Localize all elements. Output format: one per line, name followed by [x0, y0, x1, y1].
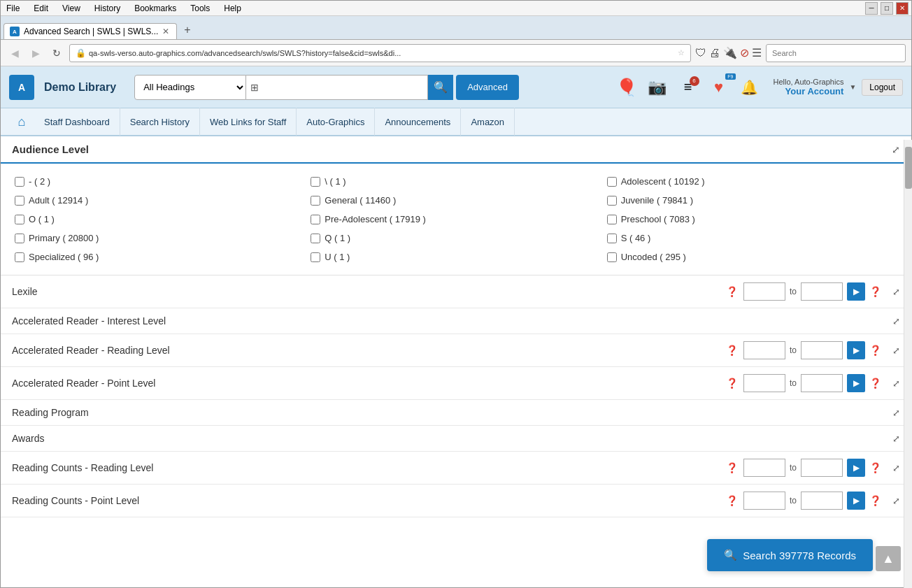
ar-point-expand-icon[interactable]: ⤢	[892, 378, 900, 389]
menu-help[interactable]: Help	[221, 2, 244, 15]
checkbox-preadolescent-input[interactable]	[311, 215, 320, 224]
nav-auto-graphics[interactable]: Auto-Graphics	[297, 108, 375, 136]
rc-reading-go-button[interactable]: ▶	[847, 459, 865, 477]
ar-reading-expand-icon[interactable]: ⤢	[892, 345, 900, 356]
menu-tools[interactable]: Tools	[187, 2, 213, 15]
nav-web-links[interactable]: Web Links for Staff	[200, 108, 297, 136]
lexile-range-help-icon[interactable]: ❓	[869, 286, 881, 297]
ar-reading-from-input[interactable]	[743, 341, 785, 359]
ar-reading-help-icon[interactable]: ❓	[726, 345, 738, 356]
ar-point-from-input[interactable]	[743, 374, 785, 392]
list-icon-btn[interactable]: ≡ 6	[676, 75, 701, 100]
checkbox-u-input[interactable]	[311, 252, 320, 262]
checkbox-adolescent-input[interactable]	[607, 177, 617, 187]
checkbox-o-input[interactable]	[15, 215, 24, 224]
checkbox-juvenile-input[interactable]	[607, 196, 617, 206]
home-nav-button[interactable]: ⌂	[9, 109, 34, 134]
browser-search-input[interactable]	[766, 44, 906, 62]
ar-point-help-icon[interactable]: ❓	[726, 378, 738, 389]
checkbox-dash-input[interactable]	[15, 177, 24, 187]
maximize-button[interactable]: □	[881, 2, 893, 15]
search-input[interactable]	[246, 75, 428, 100]
ar-point-to-input[interactable]	[801, 374, 843, 392]
refresh-button[interactable]: ↻	[48, 45, 65, 62]
checkbox-adult-input[interactable]	[15, 196, 24, 206]
reading-program-expand-icon[interactable]: ⤢	[892, 408, 900, 418]
rc-point-to-input[interactable]	[801, 492, 843, 510]
menu-edit[interactable]: Edit	[31, 2, 51, 15]
search-records-button[interactable]: 🔍 Search 397778 Records	[707, 539, 873, 571]
ar-interest-expand-icon[interactable]: ⤢	[892, 316, 900, 327]
new-tab-button[interactable]: +	[178, 21, 196, 39]
checkbox-preschool-input[interactable]	[607, 215, 617, 224]
heart-icon-btn[interactable]: ♥ F9	[706, 75, 732, 100]
rc-reading-to-input[interactable]	[801, 459, 843, 477]
nav-staff-dashboard[interactable]: Staff Dashboard	[34, 108, 120, 136]
ar-reading-range-help-icon[interactable]: ❓	[869, 345, 881, 356]
rc-point-from-input[interactable]	[743, 492, 785, 510]
balloon-icon-btn[interactable]: 🎈	[614, 75, 639, 100]
ar-point-go-button[interactable]: ▶	[847, 374, 865, 392]
rc-reading-from-input[interactable]	[743, 459, 785, 477]
lexile-to-input[interactable]	[801, 282, 843, 301]
rc-reading-filter-row[interactable]: Reading Counts - Reading Level ❓ to ▶ ❓ …	[1, 452, 911, 485]
lexile-go-button[interactable]: ▶	[847, 282, 865, 301]
url-bar[interactable]: 🔒 qa-swls-verso.auto-graphics.com/advanc…	[69, 44, 691, 62]
rc-reading-help-icon[interactable]: ❓	[726, 462, 738, 473]
checkbox-uncoded-input[interactable]	[607, 252, 617, 262]
checkbox-q-input[interactable]	[311, 234, 320, 243]
menu-view[interactable]: View	[59, 2, 83, 15]
menu-file[interactable]: File	[3, 2, 22, 15]
scroll-top-button[interactable]: ▲	[876, 546, 901, 571]
ar-reading-to-input[interactable]	[801, 341, 843, 359]
nav-amazon[interactable]: Amazon	[461, 108, 515, 136]
checkbox-s-input[interactable]	[607, 234, 617, 243]
lexile-expand-icon[interactable]: ⤢	[892, 287, 900, 297]
back-button[interactable]: ◀	[6, 45, 23, 62]
rc-point-filter-row[interactable]: Reading Counts - Point Level ❓ to ▶ ❓ ⤢	[1, 485, 911, 517]
audience-expand-icon[interactable]: ⤢	[892, 144, 900, 155]
rc-point-expand-icon[interactable]: ⤢	[892, 496, 900, 506]
reading-program-filter-row[interactable]: Reading Program ⤢	[1, 400, 911, 426]
checkbox-general-input[interactable]	[311, 196, 320, 206]
logout-button[interactable]: Logout	[862, 79, 903, 96]
rc-point-go-button[interactable]: ▶	[847, 492, 865, 510]
bookmark-icon[interactable]: ☆	[678, 48, 685, 57]
nav-announcements[interactable]: Announcements	[375, 108, 461, 136]
lexile-from-input[interactable]	[743, 282, 785, 301]
close-tab-icon[interactable]: ✕	[162, 27, 169, 36]
lexile-filter-row[interactable]: Lexile ❓ to ▶ ❓ ⤢	[1, 275, 911, 308]
ar-reading-go-button[interactable]: ▶	[847, 341, 865, 359]
lexile-help-icon[interactable]: ❓	[726, 286, 738, 297]
menu-history[interactable]: History	[92, 2, 123, 15]
search-type-select[interactable]: All Headings	[134, 75, 246, 100]
ar-reading-filter-row[interactable]: Accelerated Reader - Reading Level ❓ to …	[1, 334, 911, 367]
extension-icon[interactable]: 🔌	[723, 46, 737, 59]
checkbox-specialized-input[interactable]	[15, 252, 24, 262]
menu-icon[interactable]: ☰	[752, 46, 762, 59]
account-link[interactable]: Your Account	[774, 86, 844, 96]
rc-reading-range-help-icon[interactable]: ❓	[869, 462, 881, 473]
awards-filter-row[interactable]: Awards ⤢	[1, 426, 911, 452]
ar-point-range-help-icon[interactable]: ❓	[869, 378, 881, 389]
rc-point-range-help-icon[interactable]: ❓	[869, 495, 881, 506]
scrollbar-track[interactable]	[904, 140, 912, 588]
rc-point-help-icon[interactable]: ❓	[726, 495, 738, 506]
block-icon[interactable]: ⊘	[740, 46, 749, 59]
print-icon[interactable]: 🖨	[709, 47, 720, 59]
checkbox-primary-input[interactable]	[15, 234, 24, 243]
search-button[interactable]: 🔍	[428, 75, 453, 100]
active-tab[interactable]: A Advanced Search | SWLS | SWLS... ✕	[3, 23, 177, 39]
camera-icon-btn[interactable]: 📷	[645, 75, 670, 100]
ar-point-filter-row[interactable]: Accelerated Reader - Point Level ❓ to ▶ …	[1, 367, 911, 400]
bell-icon-btn[interactable]: 🔔	[737, 75, 762, 100]
ar-interest-filter-row[interactable]: Accelerated Reader - Interest Level ⤢	[1, 308, 911, 334]
menu-bookmarks[interactable]: Bookmarks	[131, 2, 179, 15]
scrollbar-thumb[interactable]	[905, 147, 912, 189]
rc-reading-expand-icon[interactable]: ⤢	[892, 463, 900, 473]
close-button[interactable]: ✕	[896, 2, 909, 15]
minimize-button[interactable]: ─	[865, 2, 878, 15]
awards-expand-icon[interactable]: ⤢	[892, 433, 900, 444]
forward-button[interactable]: ▶	[27, 45, 44, 62]
advanced-button[interactable]: Advanced	[456, 75, 519, 100]
